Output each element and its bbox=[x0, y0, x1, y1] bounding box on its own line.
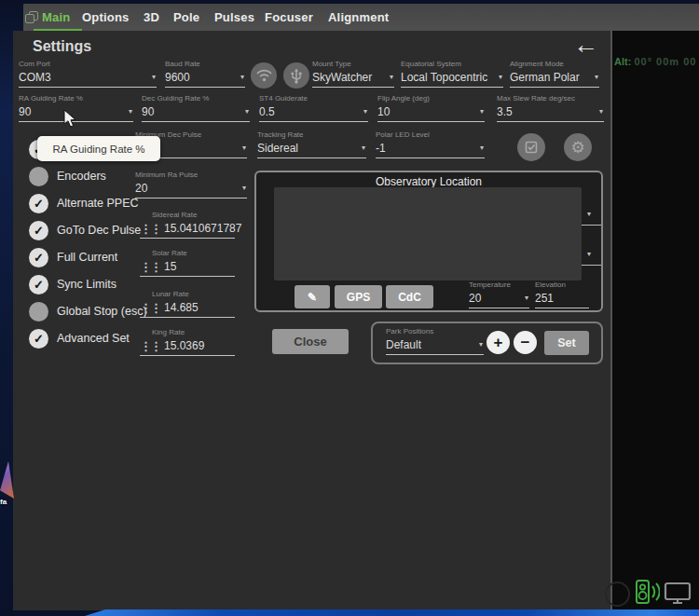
plus-icon: + bbox=[494, 334, 503, 352]
dropdown-arrow-icon[interactable]: ▾ bbox=[587, 250, 591, 258]
menu-item-main[interactable]: Main bbox=[42, 4, 70, 31]
checkmark-icon: ✓ bbox=[29, 194, 48, 213]
checkmark-icon: ✓ bbox=[29, 221, 48, 240]
dropdown-arrow-icon[interactable]: ▾ bbox=[129, 107, 132, 116]
altitude-readout: Alt: 00° 00m 00 bbox=[614, 56, 696, 67]
menu-item-3d[interactable]: 3D bbox=[144, 4, 159, 31]
checkbox-full-current[interactable]: ✓ Full Current bbox=[29, 247, 117, 267]
menu-item-pulses[interactable]: Pulses bbox=[214, 4, 254, 31]
field-equatorial-system[interactable]: Equatorial System Local Topocentric▾ bbox=[401, 60, 503, 88]
dropdown-arrow-icon[interactable]: ▾ bbox=[242, 184, 246, 192]
drag-handle-icon[interactable]: ⋮⋮ bbox=[140, 339, 160, 353]
menu-bar: Main Options 3D Pole Pulses Focuser Alig… bbox=[23, 4, 699, 31]
observatory-map-area[interactable] bbox=[274, 187, 582, 281]
dropdown-arrow-icon[interactable]: ▾ bbox=[499, 73, 502, 81]
field-sidereal-rate[interactable]: Sidereal Rate ⋮⋮15.0410671787 bbox=[140, 211, 235, 239]
drag-handle-icon[interactable]: ⋮⋮ bbox=[140, 260, 160, 274]
checkbox-circle bbox=[29, 167, 48, 186]
usb-button[interactable] bbox=[283, 62, 309, 89]
field-max-slew-rate[interactable]: Max Slew Rate deg/sec 3.5▾ bbox=[497, 94, 604, 122]
dropdown-arrow-icon[interactable]: ▾ bbox=[362, 144, 365, 152]
dropdown-arrow-icon[interactable]: ▾ bbox=[599, 107, 603, 116]
window-edge bbox=[610, 31, 612, 610]
dropdown-arrow-icon[interactable]: ▾ bbox=[152, 73, 156, 81]
windows-restore-icon bbox=[25, 11, 38, 23]
page-title: Settings bbox=[33, 38, 91, 55]
field-flip-angle[interactable]: Flip Angle (deg) 10▾ bbox=[377, 94, 485, 122]
edit-location-button[interactable]: ✎ bbox=[295, 285, 330, 308]
desktop-shortcut-label: fa bbox=[0, 498, 15, 506]
dropdown-arrow-icon[interactable]: ▾ bbox=[245, 107, 249, 116]
field-lunar-rate[interactable]: Lunar Rate ⋮⋮14.685 bbox=[140, 290, 235, 318]
usb-icon bbox=[291, 67, 302, 84]
set-park-button[interactable]: Set bbox=[544, 331, 589, 355]
checkbox-advanced-set[interactable]: ✓ Advanced Set bbox=[29, 328, 130, 349]
volume-tray-button[interactable] bbox=[636, 579, 660, 605]
field-alignment-mode[interactable]: Alignment Mode German Polar▾ bbox=[510, 60, 599, 88]
display-tray-button[interactable] bbox=[664, 582, 692, 605]
menu-item-focuser[interactable]: Focuser bbox=[265, 4, 313, 31]
mouse-cursor bbox=[63, 109, 77, 129]
speaker-icon bbox=[636, 579, 660, 605]
gear-icon: ⚙ bbox=[570, 138, 584, 157]
advanced-settings-button[interactable]: ⚙ bbox=[564, 133, 592, 161]
observatory-title: Observatory Location bbox=[256, 175, 601, 188]
close-button[interactable]: Close bbox=[272, 329, 349, 354]
dropdown-arrow-icon[interactable]: ▾ bbox=[363, 107, 367, 116]
tooltip: RA Guiding Rate % bbox=[37, 136, 160, 161]
field-solar-rate[interactable]: Solar Rate ⋮⋮15 bbox=[140, 249, 235, 277]
gps-button[interactable]: GPS bbox=[335, 285, 382, 308]
field-baud-rate[interactable]: Baud Rate 9600▾ bbox=[165, 60, 245, 88]
field-mount-type[interactable]: Mount Type SkyWatcher▾ bbox=[312, 60, 394, 88]
taskbar[interactable] bbox=[85, 609, 699, 616]
desktop-shortcut-icon[interactable] bbox=[0, 461, 14, 499]
field-polar-led-level[interactable]: Polar LED Level -1▾ bbox=[376, 130, 485, 158]
checkbox-circle bbox=[29, 302, 48, 322]
dropdown-arrow-icon[interactable]: ▾ bbox=[242, 144, 246, 152]
field-tracking-rate[interactable]: Tracking Rate Sidereal▾ bbox=[257, 130, 366, 158]
field-st4-guiderate[interactable]: ST4 Guiderate 0.5▾ bbox=[259, 94, 368, 122]
pencil-icon: ✎ bbox=[308, 291, 317, 304]
dropdown-arrow-icon[interactable]: ▾ bbox=[240, 73, 244, 81]
dropdown-arrow-icon[interactable]: ▾ bbox=[525, 294, 528, 302]
drag-handle-icon[interactable]: ⋮⋮ bbox=[140, 222, 160, 236]
settings-panel: Settings ← Com Port COM3▾ Baud Rate 9600… bbox=[13, 31, 610, 610]
menu-item-pole[interactable]: Pole bbox=[173, 4, 199, 31]
dropdown-arrow-icon[interactable]: ▾ bbox=[480, 144, 484, 152]
checkbox-global-stop[interactable]: Global Stop (esc) bbox=[29, 301, 147, 322]
monitor-icon bbox=[664, 582, 692, 605]
dropdown-arrow-icon[interactable]: ▾ bbox=[390, 73, 393, 81]
wifi-icon bbox=[256, 69, 272, 82]
field-king-rate[interactable]: King Rate ⋮⋮15.0369 bbox=[140, 328, 235, 356]
back-arrow-icon[interactable]: ← bbox=[573, 31, 598, 60]
dropdown-arrow-icon[interactable]: ▾ bbox=[587, 210, 591, 218]
checkbox-alternate-ppec[interactable]: ✓ Alternate PPEC bbox=[29, 193, 139, 213]
observatory-location-group: Observatory Location ▾ ▾ ✎ GPS CdC Tempe… bbox=[254, 171, 603, 312]
tray-app-icon[interactable] bbox=[605, 582, 630, 607]
field-minimum-ra-pulse[interactable]: Minimum Ra Pulse 20▾ bbox=[135, 171, 247, 198]
dropdown-arrow-icon[interactable]: ▾ bbox=[595, 73, 598, 81]
checkmark-icon: ✓ bbox=[29, 248, 48, 267]
field-park-positions[interactable]: Park Positions Default▾ bbox=[386, 327, 484, 355]
cdc-button[interactable]: CdC bbox=[386, 285, 433, 308]
field-temperature[interactable]: Temperature 20▾ bbox=[469, 281, 529, 308]
remove-park-position-button[interactable]: − bbox=[514, 331, 537, 354]
field-dec-guiding-rate[interactable]: Dec Guiding Rate % 90▾ bbox=[142, 94, 250, 122]
checkbox-goto-dec-pulse[interactable]: ✓ GoTo Dec Pulse bbox=[29, 220, 141, 240]
dropdown-arrow-icon[interactable]: ▾ bbox=[479, 340, 483, 349]
checkmark-icon: ✓ bbox=[29, 329, 48, 349]
field-elevation[interactable]: Elevation 251 bbox=[535, 281, 589, 308]
wifi-button[interactable] bbox=[251, 62, 277, 89]
sync-settings-button[interactable] bbox=[517, 133, 545, 161]
drag-handle-icon[interactable]: ⋮⋮ bbox=[140, 301, 160, 315]
menu-item-alignment[interactable]: Alignment bbox=[328, 4, 389, 31]
field-com-port[interactable]: Com Port COM3▾ bbox=[19, 60, 157, 88]
dropdown-arrow-icon[interactable]: ▾ bbox=[480, 107, 484, 116]
app-background-view: Alt: 00° 00m 00 bbox=[610, 31, 699, 610]
park-positions-group: Park Positions Default▾ + − Set bbox=[371, 322, 603, 364]
checkbox-encoders[interactable]: Encoders bbox=[29, 166, 106, 186]
screen: Main Options 3D Pole Pulses Focuser Alig… bbox=[0, 0, 699, 616]
menu-item-options[interactable]: Options bbox=[82, 4, 130, 31]
add-park-position-button[interactable]: + bbox=[487, 331, 510, 354]
checkbox-sync-limits[interactable]: ✓ Sync Limits bbox=[29, 274, 116, 294]
